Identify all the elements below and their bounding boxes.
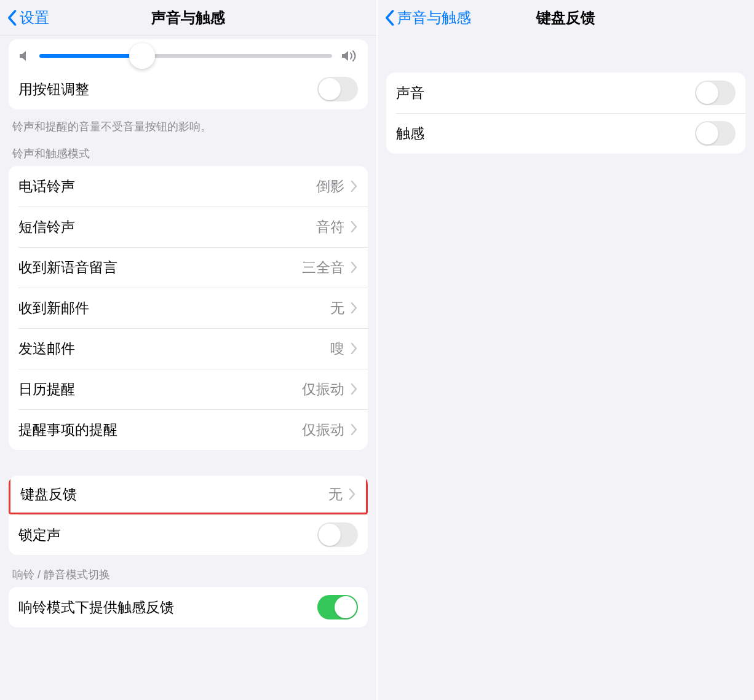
nav-back-button[interactable]: 声音与触感: [384, 8, 471, 28]
ring-silent-header: 响铃 / 静音模式切换: [12, 567, 364, 582]
adjust-footer-text: 铃声和提醒的音量不受音量按钮的影响。: [12, 119, 364, 134]
sent-mail-row[interactable]: 发送邮件 嗖: [9, 328, 368, 369]
row-value: 音符: [316, 218, 344, 237]
ring-silent-group: 响铃模式下提供触感反馈: [9, 587, 368, 627]
keyboard-lock-group: 键盘反馈 无 锁定声: [9, 476, 368, 555]
volume-low-icon: [18, 49, 31, 63]
volume-slider[interactable]: [39, 54, 332, 58]
row-value: 无: [330, 299, 344, 318]
nav-title: 键盘反馈: [536, 8, 595, 28]
content-area: 用按钮调整 铃声和提醒的音量不受音量按钮的影响。 铃声和触感模式 电话铃声 倒影…: [0, 36, 376, 700]
keyboard-feedback-options-group: 声音 触感: [386, 73, 745, 154]
chevron-right-icon: [351, 221, 358, 233]
volume-slider-thumb[interactable]: [129, 43, 155, 69]
ring-haptic-row[interactable]: 响铃模式下提供触感反馈: [9, 587, 368, 627]
chevron-right-icon: [351, 261, 358, 273]
screen-keyboard-feedback: 声音与触感 键盘反馈 声音 触感: [378, 0, 754, 700]
keyboard-sound-row[interactable]: 声音: [386, 73, 745, 113]
keyboard-haptic-row[interactable]: 触感: [386, 113, 745, 154]
adjust-with-buttons-row[interactable]: 用按钮调整: [9, 69, 368, 109]
chevron-right-icon: [351, 342, 358, 355]
keyboard-feedback-label: 键盘反馈: [20, 485, 328, 504]
nav-back-button[interactable]: 设置: [6, 8, 49, 28]
chevron-right-icon: [351, 423, 358, 436]
nav-bar: 声音与触感 键盘反馈: [378, 0, 754, 36]
chevron-right-icon: [351, 383, 358, 395]
keyboard-feedback-value: 无: [328, 485, 343, 504]
row-label: 短信铃声: [18, 218, 316, 237]
ringtone-row[interactable]: 电话铃声 倒影: [9, 166, 368, 206]
keyboard-haptic-label: 触感: [396, 124, 695, 143]
chevron-right-icon: [349, 488, 356, 500]
volume-slider-row: [9, 39, 368, 69]
lock-sound-label: 锁定声: [18, 525, 317, 545]
row-label: 提醒事项的提醒: [18, 420, 302, 439]
patterns-header: 铃声和触感模式: [12, 146, 364, 161]
chevron-right-icon: [351, 302, 358, 314]
content-area: 声音 触感: [378, 36, 754, 700]
nav-back-label: 声音与触感: [397, 8, 471, 28]
calendar-alert-row[interactable]: 日历提醒 仅振动: [9, 369, 368, 409]
chevron-left-icon: [384, 9, 395, 26]
ring-haptic-label: 响铃模式下提供触感反馈: [18, 598, 317, 617]
row-label: 收到新邮件: [18, 299, 330, 318]
lock-sound-toggle[interactable]: [317, 522, 358, 547]
volume-slider-fill: [39, 54, 142, 58]
row-label: 日历提醒: [18, 380, 302, 399]
patterns-group: 电话铃声 倒影 短信铃声 音符 收到新语音留言 三全音 收到新邮件 无 发送邮件: [9, 166, 368, 450]
adjust-with-buttons-toggle[interactable]: [317, 77, 358, 101]
keyboard-sound-toggle[interactable]: [695, 81, 736, 105]
adjust-with-buttons-label: 用按钮调整: [18, 80, 317, 99]
row-value: 嗖: [330, 339, 344, 358]
reminder-alert-row[interactable]: 提醒事项的提醒 仅振动: [9, 409, 368, 450]
volume-group: 用按钮调整: [9, 39, 368, 109]
keyboard-haptic-toggle[interactable]: [695, 121, 736, 146]
row-label: 收到新语音留言: [18, 258, 302, 277]
nav-bar: 设置 声音与触感: [0, 0, 376, 36]
chevron-left-icon: [6, 9, 17, 26]
row-value: 倒影: [316, 177, 344, 196]
screen-sounds-haptics: 设置 声音与触感 用按钮调整: [0, 0, 378, 700]
row-value: 仅振动: [302, 380, 344, 399]
ring-haptic-toggle[interactable]: [317, 595, 358, 619]
nav-back-label: 设置: [20, 8, 49, 28]
voicemail-row[interactable]: 收到新语音留言 三全音: [9, 247, 368, 288]
row-value: 仅振动: [302, 420, 344, 439]
lock-sound-row[interactable]: 锁定声: [9, 514, 368, 555]
row-label: 电话铃声: [18, 177, 316, 196]
chevron-right-icon: [351, 180, 358, 192]
volume-high-icon: [341, 49, 358, 63]
row-value: 三全音: [302, 258, 344, 277]
nav-title: 声音与触感: [151, 8, 225, 28]
keyboard-sound-label: 声音: [396, 84, 695, 103]
new-mail-row[interactable]: 收到新邮件 无: [9, 288, 368, 328]
text-tone-row[interactable]: 短信铃声 音符: [9, 206, 368, 247]
row-label: 发送邮件: [18, 339, 330, 358]
keyboard-feedback-row[interactable]: 键盘反馈 无: [9, 476, 368, 514]
